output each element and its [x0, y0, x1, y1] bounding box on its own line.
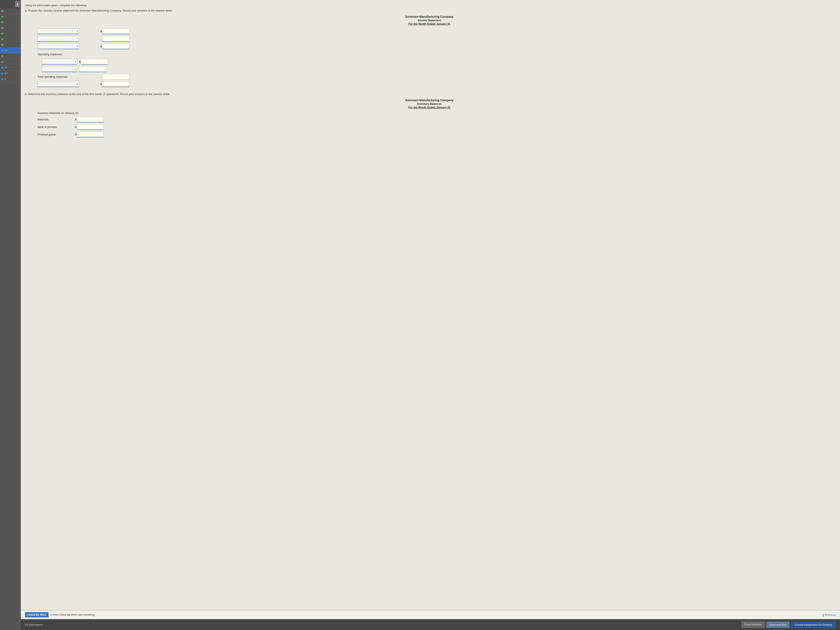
op-dropdown-1[interactable]	[42, 59, 77, 65]
operating-expenses-header: Operating expenses:	[38, 51, 158, 57]
part-b-instruction: b. Determine the inventory balances at t…	[25, 93, 834, 96]
inventory-section: Sorensen Manufacturing Company Inventory…	[25, 98, 834, 137]
income-dropdown-3[interactable]	[38, 43, 79, 49]
op-row-1: $	[42, 58, 158, 65]
op-row-2	[42, 66, 158, 73]
nav-label-d: D	[5, 78, 20, 81]
inventory-table: Inventory balances on January 31: Materi…	[38, 112, 121, 137]
income-statement-table: $	[38, 28, 158, 87]
nav-item-2[interactable]	[0, 14, 21, 20]
income-row-2	[38, 35, 158, 42]
wip-input[interactable]	[77, 124, 104, 130]
nav-item-ca[interactable]: CA...	[0, 48, 21, 54]
income-statement-title: Income Statement	[25, 19, 834, 22]
bottom-bar: Check My Work 5 more Check My Work uses …	[21, 610, 840, 619]
all-work-saved-text: All work saved.	[25, 623, 43, 626]
op-dollar-1: $	[79, 60, 81, 63]
nav-dot-d	[1, 78, 3, 81]
finished-goods-input[interactable]	[77, 131, 104, 137]
income-statement-period: For the Month Ended January 31	[25, 22, 834, 25]
nav-item-1[interactable]	[0, 8, 21, 14]
check-remaining-text: 5 more Check My Work uses remaining.	[51, 613, 95, 616]
finished-goods-row: Finished goods $	[38, 131, 121, 137]
op-input-2[interactable]	[79, 66, 106, 72]
income-input-1[interactable]	[102, 28, 129, 34]
collapse-sidebar-button[interactable]: ❮	[15, 1, 20, 7]
wip-dollar: $	[75, 125, 76, 128]
finished-goods-dollar: $	[75, 133, 76, 136]
wip-label: Work in process	[38, 125, 75, 128]
nav-label-et: ET	[5, 72, 20, 74]
materials-input[interactable]	[77, 117, 104, 122]
email-instructor-button[interactable]: Email Instructor	[742, 621, 765, 628]
nav-item-5[interactable]	[0, 31, 21, 36]
income-row-1: $	[38, 28, 158, 35]
submit-assignment-button[interactable]: Submit Assignment for Grading	[791, 622, 836, 628]
dollar-sign-3: $	[100, 45, 102, 48]
total-op-row: Total operating expenses	[38, 73, 158, 80]
nav-item-7[interactable]	[0, 42, 21, 48]
nav-item-et[interactable]: ET	[0, 71, 21, 76]
left-navigation: ❮ CA...	[0, 0, 21, 630]
nav-item-ta[interactable]: TA...	[0, 65, 21, 71]
wip-row: Work in process $	[38, 124, 121, 130]
content-panel: Using the information given, complete th…	[21, 0, 840, 610]
nav-dot-5	[1, 33, 3, 35]
net-income-dollar: $	[100, 83, 102, 86]
materials-dollar: $	[75, 118, 76, 121]
net-income-dropdown[interactable]	[38, 81, 79, 87]
nav-item-9[interactable]	[0, 59, 21, 65]
operating-expenses-label: Operating expenses:	[38, 53, 63, 56]
finished-goods-label: Finished goods	[38, 133, 75, 136]
nav-label-ta: TA...	[5, 66, 20, 69]
income-statement-section: Sorensen Manufacturing Company Income St…	[25, 15, 834, 87]
total-op-input[interactable]	[102, 74, 129, 80]
total-op-label: Total operating expenses	[38, 75, 68, 78]
inventory-period: For the Month Ended January 31	[25, 106, 834, 109]
income-dropdown-1[interactable]	[38, 28, 79, 34]
check-my-work-button[interactable]: Check My Work	[25, 612, 49, 617]
op-dropdown-2[interactable]	[42, 66, 77, 72]
net-income-input[interactable]	[102, 81, 129, 87]
nav-dot-9	[1, 61, 3, 63]
nav-dot-1	[1, 10, 3, 12]
nav-item-8[interactable]	[0, 54, 21, 59]
net-income-row: $	[38, 81, 158, 87]
nav-dot-6	[1, 38, 3, 40]
previous-label: Previous	[825, 613, 836, 616]
chevron-left-icon: ❮	[822, 613, 824, 616]
main-instructions: Using the information given, complete th…	[25, 4, 834, 7]
nav-item-d[interactable]: D	[0, 76, 21, 82]
materials-row: Materials $	[38, 116, 121, 123]
save-exit-button[interactable]: Save and Exit	[766, 622, 789, 628]
nav-item-3[interactable]	[0, 20, 21, 25]
nav-dot-et	[1, 73, 3, 74]
materials-label: Materials	[38, 118, 75, 121]
nav-dot-2	[1, 16, 3, 18]
footer-bar: All work saved. Email Instructor Save an…	[21, 619, 840, 630]
previous-button[interactable]: ❮ Previous	[822, 613, 836, 616]
income-input-3[interactable]	[102, 43, 129, 49]
nav-label-ca: CA...	[5, 49, 20, 52]
nav-dot-ca	[1, 50, 3, 52]
nav-dot-8	[1, 55, 3, 57]
inventory-title: Inventory Balances	[25, 102, 834, 106]
nav-dot-4	[1, 27, 3, 29]
nav-dot-3	[1, 21, 3, 23]
nav-item-4[interactable]	[0, 25, 21, 31]
income-input-2[interactable]	[102, 36, 129, 42]
income-statement-company: Sorensen Manufacturing Company	[25, 15, 834, 18]
nav-dot-ta	[1, 67, 3, 69]
income-row-3: $	[38, 43, 158, 50]
nav-dot-7	[1, 44, 3, 46]
op-input-1[interactable]	[81, 59, 108, 65]
nav-item-6[interactable]	[0, 36, 21, 42]
inventory-intro: Inventory balances on January 31:	[38, 112, 121, 115]
income-dropdown-2[interactable]	[38, 36, 79, 42]
part-a-instruction: a. Prepare the January income statement …	[25, 9, 834, 12]
inventory-company: Sorensen Manufacturing Company	[25, 98, 834, 102]
footer-actions: Email Instructor Save and Exit Submit As…	[742, 621, 836, 628]
dollar-sign-1: $	[100, 30, 102, 33]
